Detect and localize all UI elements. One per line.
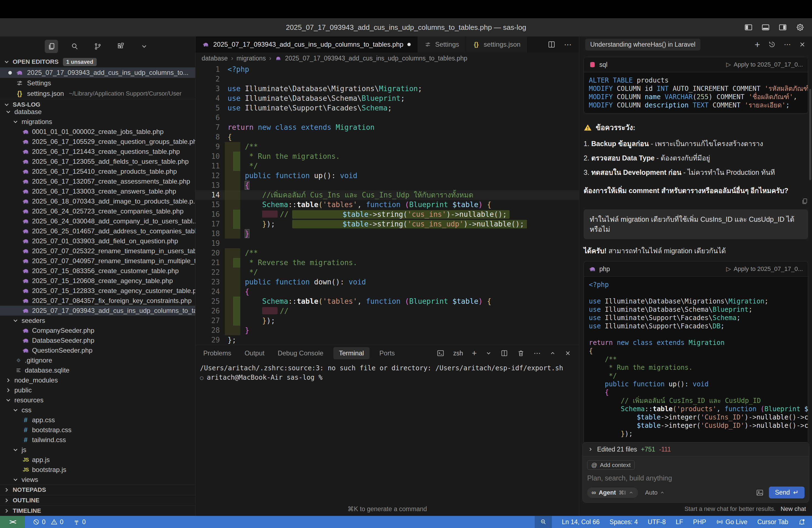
chat-history-icon[interactable]: [768, 40, 776, 48]
code-line[interactable]: 5use Illuminate\Support\Facades\Schema;: [195, 103, 579, 113]
tree-folder-views[interactable]: views: [0, 475, 195, 484]
tree-item[interactable]: 2025_06_17_105529_create_question_groups…: [0, 137, 195, 147]
cursor-position[interactable]: Ln 14, Col 66: [562, 518, 599, 526]
model-selector[interactable]: Auto: [645, 489, 665, 496]
tree-folder-public[interactable]: public: [0, 385, 195, 395]
tree-item[interactable]: CompanySeeder.php: [0, 326, 195, 336]
code-line[interactable]: 17 }); $table->string('cus_ins_udp')->nu…: [195, 219, 579, 229]
toggle-bottom-panel-icon[interactable]: [761, 23, 770, 32]
close-panel-icon[interactable]: [565, 350, 571, 356]
tree-item[interactable]: JSapp.js: [0, 455, 195, 465]
new-chat-link[interactable]: New chat: [781, 505, 806, 513]
more-actions-icon[interactable]: ⋯: [564, 40, 572, 49]
panel-tab-ports[interactable]: Ports: [379, 349, 395, 357]
tree-item[interactable]: #bootstrap.css: [0, 425, 195, 435]
tree-item[interactable]: 2025_07_07_040957_rename_timestamp_in_mu…: [0, 256, 195, 266]
code-line[interactable]: 11 */: [195, 161, 579, 171]
add-context-button[interactable]: @ Add context: [587, 460, 635, 470]
tree-item[interactable]: 2025_06_24_030048_add_company_id_to_user…: [0, 216, 195, 226]
ports-indicator[interactable]: 0: [73, 518, 86, 526]
code-line[interactable]: 6: [195, 113, 579, 122]
open-editor-item[interactable]: {} settings.json ~/Library/Application S…: [0, 88, 195, 99]
tree-item[interactable]: database.sqlite: [0, 365, 195, 375]
indentation[interactable]: Spaces: 4: [610, 518, 638, 526]
code-line[interactable]: 10 * Run the migrations.: [195, 151, 579, 161]
code-line[interactable]: 25 Schema::table('tables', function (Blu…: [195, 297, 579, 306]
chat-tab-title[interactable]: Understanding whereHas() in Laravel: [585, 39, 700, 50]
code-line[interactable]: 1<?php: [195, 64, 579, 74]
tab-settings-json[interactable]: {} settings.json: [466, 36, 527, 53]
code-line[interactable]: 23 public function down(): void: [195, 277, 579, 287]
chat-more-icon[interactable]: ⋯: [784, 40, 791, 49]
terminal-output[interactable]: /Users/aritach/.zshrc:source:3: no such …: [195, 361, 579, 382]
code-line[interactable]: 24 {: [195, 287, 579, 297]
tree-item[interactable]: 2025_07_07_025322_rename_timestamp_in_us…: [0, 246, 195, 256]
cursor-tab-toggle[interactable]: Cursor Tab: [757, 518, 788, 526]
shell-label[interactable]: zsh: [453, 350, 463, 357]
chevron-down-icon[interactable]: [137, 40, 151, 53]
edited-files-row[interactable]: Edited 21 files +751 -111: [583, 442, 809, 456]
tree-item[interactable]: 2025_07_01_033903_add_field_on_question.…: [0, 236, 195, 246]
tree-item[interactable]: .gitignore: [0, 355, 195, 365]
code-line[interactable]: 28 }: [195, 326, 579, 335]
explorer-icon[interactable]: [45, 40, 58, 53]
encoding[interactable]: UTF-8: [648, 518, 666, 526]
code-line[interactable]: 15 Schema::table('tables', function (Blu…: [195, 200, 579, 210]
chat-close-icon[interactable]: [799, 41, 806, 48]
eol-sequence[interactable]: LF: [676, 518, 683, 526]
code-line[interactable]: 3use Illuminate\Database\Migrations\Migr…: [195, 84, 579, 93]
tree-item[interactable]: 2025_07_17_084357_fix_foreign_key_constr…: [0, 296, 195, 306]
attach-image-icon[interactable]: [756, 488, 764, 497]
open-editors-header[interactable]: OPEN EDITORS 1 unsaved: [0, 56, 195, 68]
maximize-panel-icon[interactable]: [550, 350, 556, 356]
code-line[interactable]: 18 }: [195, 229, 579, 239]
copy-icon[interactable]: [801, 198, 808, 205]
tree-folder-node_modules[interactable]: node_modules: [0, 375, 195, 385]
tree-folder-database[interactable]: database: [0, 107, 195, 117]
apply-button[interactable]: ▷Apply to 2025_07_17_0...: [726, 61, 803, 68]
code-line[interactable]: 13 {: [195, 180, 579, 190]
send-button[interactable]: Send ↵: [769, 487, 804, 498]
tab-migration-file[interactable]: 2025_07_17_093943_add_cus_ins_udp_column…: [195, 36, 418, 53]
tree-item[interactable]: #tailwind.css: [0, 435, 195, 445]
panel-tab-problems[interactable]: Problems: [203, 349, 231, 357]
tree-folder-resources[interactable]: resources: [0, 395, 195, 405]
tree-item[interactable]: QuestionSeeder.php: [0, 346, 195, 355]
tree-item[interactable]: 2025_06_17_132057_create_assessments_tab…: [0, 176, 195, 186]
panel-more-icon[interactable]: ⋯: [534, 349, 541, 357]
code-line[interactable]: 19: [195, 239, 579, 248]
timeline-section[interactable]: TIMELINE: [0, 505, 195, 516]
code-line[interactable]: 21 * Reverse the migrations.: [195, 258, 579, 268]
remote-indicator[interactable]: ><: [0, 516, 25, 528]
tree-item[interactable]: 2025_06_24_025723_create_companies_table…: [0, 206, 195, 216]
code-line[interactable]: 8{: [195, 132, 579, 142]
panel-tab-terminal[interactable]: Terminal: [333, 347, 369, 359]
tree-item[interactable]: DatabaseSeeder.php: [0, 336, 195, 346]
code-line[interactable]: 16 // $table->string('cus_ins')->nullabl…: [195, 210, 579, 219]
code-line[interactable]: 4use Illuminate\Database\Schema\Blueprin…: [195, 93, 579, 103]
tree-item[interactable]: 2025_06_18_070343_add_image_to_products_…: [0, 196, 195, 206]
code-line[interactable]: 7return new class extends Migration: [195, 122, 579, 132]
chat-input[interactable]: Plan, search, build anything: [587, 474, 804, 482]
outline-section[interactable]: OUTLINE: [0, 495, 195, 505]
tree-item[interactable]: 2025_06_17_121443_create_questions_table…: [0, 147, 195, 157]
panel-tab-output[interactable]: Output: [244, 349, 264, 357]
code-line[interactable]: 26 //: [195, 306, 579, 316]
language-mode[interactable]: PHP: [693, 518, 706, 526]
code-line[interactable]: 22 */: [195, 268, 579, 277]
code-line[interactable]: 27 });: [195, 316, 579, 326]
code-line[interactable]: 9 /**: [195, 142, 579, 151]
settings-gear-icon[interactable]: [795, 23, 805, 32]
tree-item[interactable]: 2025_06_17_123055_add_fields_to_users_ta…: [0, 157, 195, 166]
open-editor-item[interactable]: 2025_07_17_093943_add_cus_ins_udp_column…: [0, 68, 195, 78]
tree-item[interactable]: 2025_07_15_083356_create_customer_table.…: [0, 266, 195, 276]
go-live-button[interactable]: Go Live: [716, 518, 748, 526]
tree-item[interactable]: 2025_07_15_120608_create_agency_table.ph…: [0, 276, 195, 286]
agent-mode-selector[interactable]: ∞ Agent ⌘I: [587, 487, 638, 498]
search-icon[interactable]: [68, 40, 81, 53]
tree-folder-migrations[interactable]: migrations: [0, 117, 195, 127]
chat-scrollbar[interactable]: [809, 89, 811, 180]
tree-item[interactable]: 0001_01_01_000002_create_jobs_table.php: [0, 127, 195, 137]
code-line[interactable]: 29};: [195, 335, 579, 345]
new-chat-icon[interactable]: +: [755, 39, 760, 50]
